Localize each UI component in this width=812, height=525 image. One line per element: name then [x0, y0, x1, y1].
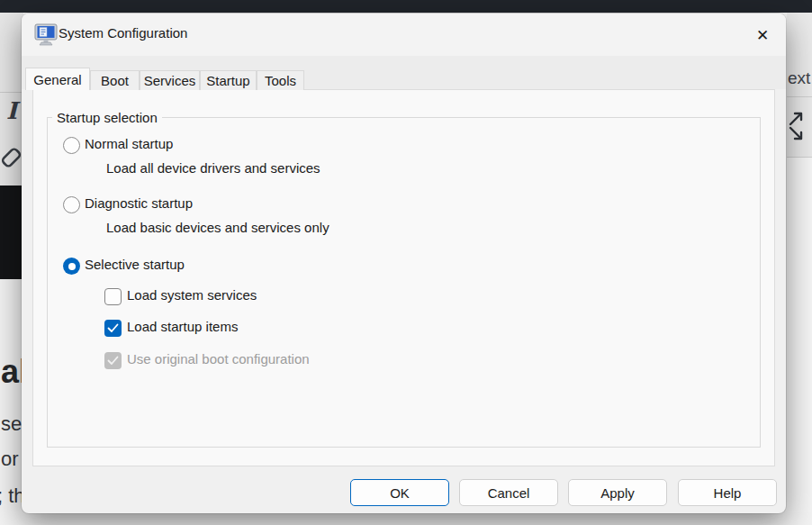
apply-button[interactable]: Apply [568, 479, 667, 506]
background-text-fragment: se [1, 412, 22, 436]
close-button[interactable]: ✕ [744, 21, 781, 50]
dialog-title: System Configuration [59, 25, 187, 41]
radio-diagnostic-startup-label[interactable]: Diagnostic startup [85, 195, 193, 211]
normal-startup-description: Load all device drivers and services [106, 160, 320, 176]
background-left-divider [0, 92, 23, 93]
diagnostic-startup-description: Load basic devices and services only [106, 220, 329, 235]
background-text-fragment: ext [788, 68, 810, 88]
background-text-fragment: or [1, 448, 19, 471]
checkbox-load-system-services-label[interactable]: Load system services [127, 287, 257, 303]
check-icon [107, 356, 119, 366]
radio-normal-startup[interactable] [63, 137, 80, 154]
checkbox-use-original-boot-configuration [104, 352, 122, 369]
msconfig-monitor-icon [34, 23, 58, 46]
close-icon: ✕ [756, 26, 769, 45]
cancel-button[interactable]: Cancel [459, 479, 558, 506]
background-dark-bar [0, 0, 812, 13]
radio-selective-startup[interactable] [63, 258, 80, 275]
checkbox-use-original-boot-configuration-label: Use original boot configuration [127, 351, 310, 367]
expand-icon[interactable] [789, 111, 808, 145]
radio-diagnostic-startup[interactable] [63, 196, 80, 213]
help-button[interactable]: Help [678, 479, 777, 506]
groupbox-title: Startup selection [52, 110, 162, 125]
dialog-titlebar[interactable]: System Configuration ✕ [22, 14, 786, 56]
radio-selective-startup-label[interactable]: Selective startup [85, 257, 185, 272]
tab-services[interactable]: Services [140, 70, 200, 90]
tab-boot[interactable]: Boot [90, 70, 140, 90]
background-image-block [0, 186, 23, 279]
tab-startup[interactable]: Startup [200, 70, 257, 90]
tab-general[interactable]: General [25, 68, 90, 90]
system-configuration-dialog: System Configuration ✕ General Boot Serv… [22, 14, 786, 513]
checkbox-load-startup-items[interactable] [104, 320, 122, 337]
ok-button[interactable]: OK [350, 479, 449, 506]
check-icon [107, 323, 119, 333]
tab-tools[interactable]: Tools [257, 70, 304, 90]
radio-normal-startup-label[interactable]: Normal startup [85, 136, 173, 151]
checkbox-load-startup-items-label[interactable]: Load startup items [127, 319, 238, 334]
italic-format-icon[interactable]: I [6, 97, 17, 124]
pencil-icon[interactable] [1, 142, 23, 178]
checkbox-load-system-services[interactable] [104, 288, 122, 305]
background-right-area [787, 158, 812, 512]
